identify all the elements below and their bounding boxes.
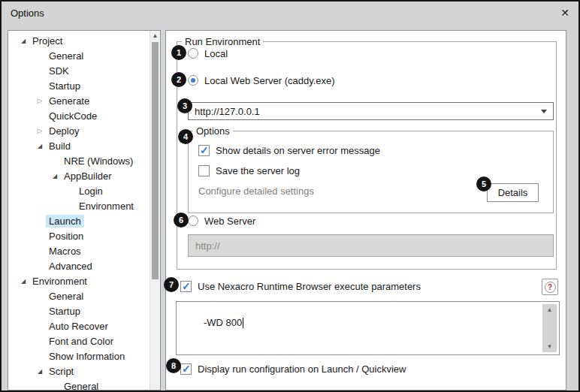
scroll-up-icon[interactable]: ▲: [150, 32, 160, 39]
tree-item-label: General: [46, 50, 86, 62]
scrollbar-thumb[interactable]: [152, 42, 159, 279]
tree-item-nre-windows[interactable]: NRE (Windows): [8, 153, 150, 168]
scroll-up-icon[interactable]: ▲: [542, 306, 557, 313]
tree-item-macros[interactable]: Macros: [8, 243, 150, 258]
tree-item-general[interactable]: General: [8, 378, 150, 390]
tree-item-general[interactable]: General: [8, 48, 150, 63]
tree-item-label: NRE (Windows): [61, 155, 136, 167]
chevron-down-icon[interactable]: [541, 110, 547, 113]
run-environment-group-label: Run Environment: [182, 36, 263, 47]
tree-item-label: Macros: [46, 245, 84, 258]
tree-item-label: Font and Color: [46, 335, 116, 348]
tree-item-launch[interactable]: Launch: [8, 213, 150, 228]
tree-item-generate[interactable]: ▷Generate: [8, 93, 150, 108]
save-log-checkbox-row[interactable]: Save the server log: [198, 164, 300, 176]
tree-item-font-and-color[interactable]: Font and Color: [8, 333, 150, 348]
tree-item-startup[interactable]: Startup: [8, 303, 150, 318]
local-radio-row[interactable]: Local: [188, 47, 228, 59]
tree-item-label: Login: [76, 185, 106, 198]
callout-4: 4: [178, 129, 193, 144]
tree-item-appbuilder[interactable]: ◢AppBuilder: [8, 168, 150, 183]
local-web-server-radio[interactable]: [188, 75, 198, 86]
tree-item-label: General: [61, 380, 101, 391]
tree-item-label: General: [46, 290, 86, 303]
tree-item-label: Generate: [46, 95, 92, 107]
save-log-checkbox-label: Save the server log: [216, 165, 300, 176]
tree-item-label: Position: [46, 230, 86, 243]
callout-6: 6: [174, 213, 189, 228]
display-config-checkbox-row[interactable]: Display run configuration on Launch / Qu…: [180, 363, 406, 375]
close-icon[interactable]: ✕: [560, 8, 569, 18]
display-config-checkbox[interactable]: [180, 363, 192, 375]
options-tree-panel: ◢ProjectGeneralSDKStartup▷GenerateQuickC…: [8, 30, 161, 390]
local-web-server-radio-row[interactable]: Local Web Server (caddy.exe): [188, 74, 335, 86]
configure-detailed-settings-text: Configure detailed settings: [198, 185, 314, 197]
tree-expanded-icon[interactable]: ◢: [34, 368, 46, 375]
tree-item-environment[interactable]: ◢Environment: [8, 273, 150, 288]
help-button[interactable]: ?: [542, 279, 558, 295]
local-web-server-radio-label: Local Web Server (caddy.exe): [204, 75, 335, 86]
tree-item-script[interactable]: ◢Script: [8, 363, 150, 378]
tree-item-label: Project: [29, 35, 65, 47]
details-button[interactable]: Details: [487, 183, 539, 202]
tree-item-position[interactable]: Position: [8, 228, 150, 243]
options-dialog: Options ✕ ◢ProjectGeneralSDKStartup▷Gene…: [0, 0, 580, 392]
tree-item-project[interactable]: ◢Project: [8, 33, 150, 48]
runtime-params-textarea[interactable]: -WD 800 ▲ ▼: [176, 301, 560, 355]
show-details-checkbox-row[interactable]: Show details on server error message: [198, 144, 380, 156]
tree-item-login[interactable]: Login: [8, 183, 150, 198]
help-icon: ?: [545, 282, 556, 293]
tree-item-advanced[interactable]: Advanced: [8, 258, 150, 273]
options-tree: ◢ProjectGeneralSDKStartup▷GenerateQuickC…: [8, 33, 150, 390]
tree-item-sdk[interactable]: SDK: [8, 63, 150, 78]
tree-item-label: Startup: [46, 305, 83, 318]
tree-item-deploy[interactable]: ▷Deploy: [8, 123, 150, 138]
server-url-value: http://127.0.0.1: [195, 106, 260, 117]
tree-collapsed-icon[interactable]: ▷: [34, 97, 46, 104]
show-details-checkbox[interactable]: [198, 145, 210, 156]
tree-item-label: Startup: [46, 80, 83, 92]
tree-item-label: Show Information: [46, 350, 128, 363]
tree-item-label: Environment: [29, 275, 90, 288]
tree-item-label: AppBuilder: [61, 170, 115, 182]
callout-5: 5: [476, 176, 491, 191]
runtime-params-checkbox-row[interactable]: Use Nexacro Runtime Browser execute para…: [180, 280, 421, 292]
tree-item-label: Launch: [46, 215, 84, 228]
tree-item-show-information[interactable]: Show Information: [8, 348, 150, 363]
tree-item-startup[interactable]: Startup: [8, 78, 150, 93]
text-cursor: [243, 318, 243, 328]
tree-item-build[interactable]: ◢Build: [8, 138, 150, 153]
tree-item-label: QuickCode: [46, 110, 100, 122]
scroll-down-icon[interactable]: ▼: [542, 343, 557, 350]
textarea-scrollbar[interactable]: ▲ ▼: [542, 304, 557, 352]
display-config-checkbox-label: Display run configuration on Launch / Qu…: [198, 363, 406, 375]
web-server-radio[interactable]: [188, 216, 198, 226]
save-log-checkbox[interactable]: [198, 165, 210, 176]
tree-expanded-icon[interactable]: ◢: [34, 143, 46, 149]
tree-item-label: Deploy: [46, 125, 82, 137]
tree-item-environment[interactable]: Environment: [8, 198, 150, 213]
tree-expanded-icon[interactable]: ◢: [17, 38, 29, 44]
tree-item-label: Auto Recover: [46, 320, 111, 333]
tree-expanded-icon[interactable]: ◢: [49, 173, 61, 179]
tree-item-quickcode[interactable]: QuickCode: [8, 108, 150, 123]
run-environment-group: Run Environment Local Local Web Server (…: [177, 41, 557, 270]
tree-expanded-icon[interactable]: ◢: [17, 278, 29, 285]
tree-item-label: Script: [46, 365, 77, 378]
tree-item-label: Advanced: [46, 260, 95, 273]
tree-collapsed-icon[interactable]: ▷: [34, 127, 46, 134]
tree-item-auto-recover[interactable]: Auto Recover: [8, 318, 150, 333]
tree-item-label: SDK: [46, 65, 72, 77]
tree-item-general[interactable]: General: [8, 288, 150, 303]
runtime-params-checkbox[interactable]: [180, 281, 192, 292]
callout-2: 2: [171, 72, 186, 87]
web-server-radio-label: Web Server: [204, 216, 255, 227]
runtime-params-checkbox-label: Use Nexacro Runtime Browser execute para…: [198, 281, 421, 292]
tree-scrollbar[interactable]: ▲: [150, 31, 160, 390]
server-url-combobox[interactable]: http://127.0.0.1: [188, 102, 554, 120]
options-group-label: Options: [193, 125, 233, 137]
callout-8: 8: [166, 358, 181, 373]
local-radio[interactable]: [188, 48, 198, 59]
local-radio-label: Local: [204, 48, 228, 59]
web-server-radio-row[interactable]: Web Server: [188, 215, 255, 227]
